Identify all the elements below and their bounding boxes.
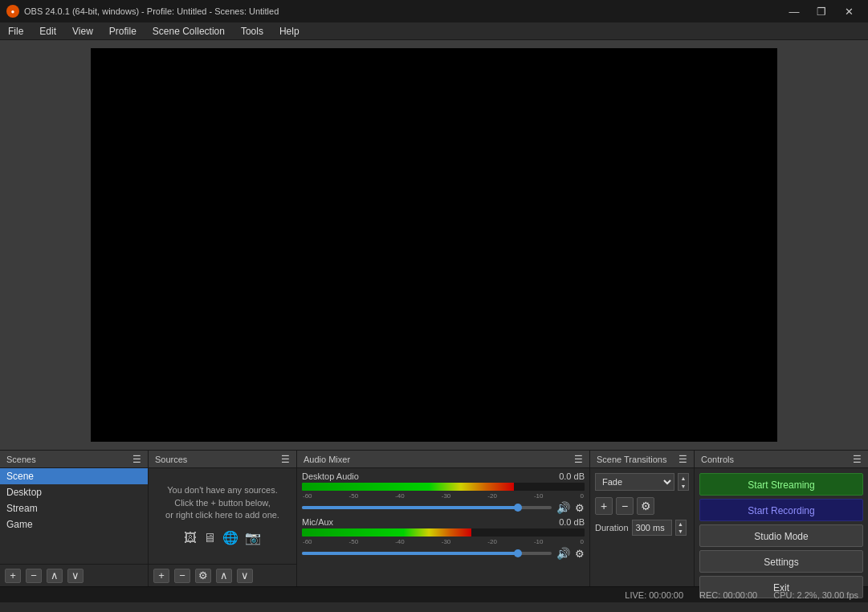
titlebar-title: OBS 24.0.1 (64-bit, windows) - Profile: …: [24, 6, 279, 16]
minimize-button[interactable]: —: [781, 3, 807, 19]
audio-panel: Audio Mixer ☰ Desktop Audio 0.0 dB -60-5…: [297, 451, 590, 586]
controls-content: Start Streaming Start Recording Studio M…: [695, 468, 868, 603]
scenes-add-button[interactable]: +: [5, 569, 21, 583]
scenes-panel-header: Scenes ☰: [0, 451, 148, 468]
transition-spinner[interactable]: ▲ ▼: [678, 473, 689, 491]
scenes-panel-menu-icon[interactable]: ☰: [132, 454, 141, 465]
start-recording-button[interactable]: Start Recording: [699, 499, 863, 521]
menu-scene-collection[interactable]: Scene Collection: [145, 24, 233, 39]
sources-icon-image[interactable]: 🖼: [184, 529, 197, 547]
status-cpu: CPU: 2.2%, 30.00 fps: [773, 590, 858, 600]
sources-empty-text: You don't have any sources. Click the + …: [165, 484, 279, 521]
audio-channel-mic: Mic/Aux 0.0 dB -60-50-40-30-20-100 🔊 ⚙: [302, 517, 585, 560]
audio-panel-title: Audio Mixer: [304, 455, 350, 464]
sources-icon-display[interactable]: 🖥: [203, 529, 216, 547]
desktop-volume-slider[interactable]: [302, 506, 552, 509]
menu-file[interactable]: File: [0, 24, 31, 39]
duration-spinner[interactable]: ▲ ▼: [675, 520, 687, 536]
desktop-audio-meter-fill: [302, 483, 514, 491]
app-icon: ●: [6, 5, 19, 18]
audio-panel-header: Audio Mixer ☰: [297, 451, 589, 468]
status-live: LIVE: 00:00:00: [625, 590, 683, 600]
scene-item-stream[interactable]: Stream: [0, 500, 148, 516]
mic-volume-thumb[interactable]: [514, 549, 522, 557]
sources-settings-button[interactable]: ⚙: [195, 569, 211, 583]
menu-help[interactable]: Help: [271, 24, 308, 39]
sources-panel-title: Sources: [155, 455, 187, 464]
transition-settings-button[interactable]: ⚙: [637, 497, 654, 515]
scenes-list: Scene Desktop Stream Game: [0, 468, 148, 564]
menu-view[interactable]: View: [64, 24, 101, 39]
start-streaming-button[interactable]: Start Streaming: [699, 473, 863, 496]
desktop-audio-settings-button[interactable]: ⚙: [575, 502, 585, 514]
scenes-footer: + − ∧ ∨: [0, 564, 148, 586]
transition-type-select[interactable]: Fade Cut: [595, 473, 674, 491]
titlebar-left: ● OBS 24.0.1 (64-bit, windows) - Profile…: [6, 5, 279, 18]
sources-panel-menu-icon[interactable]: ☰: [281, 454, 290, 465]
desktop-audio-controls: 🔊 ⚙: [302, 501, 585, 514]
studio-mode-button[interactable]: Studio Mode: [699, 524, 863, 547]
sources-add-button[interactable]: +: [153, 569, 169, 583]
mic-audio-meter: [302, 528, 585, 537]
sources-footer: + − ⚙ ∧ ∨: [149, 564, 296, 586]
desktop-audio-ticks: -60-50-40-30-20-100: [302, 492, 585, 500]
duration-spinner-up[interactable]: ▲: [676, 520, 686, 528]
spinner-down[interactable]: ▼: [679, 482, 688, 490]
desktop-audio-label: Desktop Audio: [302, 471, 359, 481]
sources-content[interactable]: You don't have any sources. Click the + …: [149, 468, 296, 564]
audio-panel-menu-icon[interactable]: ☰: [574, 454, 583, 465]
mic-aux-db: 0.0 dB: [559, 517, 585, 527]
titlebar: ● OBS 24.0.1 (64-bit, windows) - Profile…: [0, 0, 868, 22]
sources-up-button[interactable]: ∧: [216, 569, 232, 583]
audio-channel-desktop-header: Desktop Audio 0.0 dB: [302, 471, 585, 481]
scenes-up-button[interactable]: ∧: [47, 569, 63, 583]
menu-edit[interactable]: Edit: [31, 24, 64, 39]
bottom-panels: Scenes ☰ Scene Desktop Stream Game + − ∧…: [0, 450, 868, 586]
transition-remove-button[interactable]: −: [616, 497, 634, 515]
controls-panel-menu-icon[interactable]: ☰: [853, 454, 862, 465]
mic-volume-slider[interactable]: [302, 552, 552, 555]
mic-audio-meter-fill: [302, 528, 471, 537]
duration-input[interactable]: [632, 520, 672, 536]
scene-item-scene[interactable]: Scene: [0, 468, 148, 484]
close-button[interactable]: ✕: [836, 3, 862, 19]
status-rec: REC: 00:00:00: [699, 590, 757, 600]
mic-audio-settings-button[interactable]: ⚙: [575, 548, 585, 560]
scene-item-game[interactable]: Game: [0, 516, 148, 532]
desktop-audio-meter: [302, 483, 585, 491]
restore-button[interactable]: ❐: [809, 3, 834, 19]
transitions-panel: Scene Transitions ☰ Fade Cut ▲ ▼ + − ⚙ D…: [590, 451, 695, 586]
transitions-panel-menu-icon[interactable]: ☰: [679, 454, 687, 465]
scene-item-desktop[interactable]: Desktop: [0, 484, 148, 500]
mic-audio-controls: 🔊 ⚙: [302, 547, 585, 560]
transition-select-wrapper: Fade Cut ▲ ▼: [595, 473, 689, 491]
menu-tools[interactable]: Tools: [233, 24, 271, 39]
sources-panel: Sources ☰ You don't have any sources. Cl…: [149, 451, 297, 586]
mic-audio-ticks: -60-50-40-30-20-100: [302, 538, 585, 545]
mic-volume-fill: [302, 552, 520, 555]
duration-spinner-down[interactable]: ▼: [676, 528, 686, 535]
settings-button[interactable]: Settings: [699, 550, 863, 573]
preview-area: [0, 40, 868, 450]
spinner-up[interactable]: ▲: [679, 474, 688, 482]
menu-profile[interactable]: Profile: [101, 24, 145, 39]
desktop-volume-thumb[interactable]: [514, 504, 522, 512]
transition-buttons: + − ⚙: [595, 497, 689, 515]
mic-mute-button[interactable]: 🔊: [556, 547, 570, 560]
audio-channel-mic-header: Mic/Aux 0.0 dB: [302, 517, 585, 527]
sources-remove-button[interactable]: −: [174, 569, 190, 583]
sources-icon-globe[interactable]: 🌐: [222, 529, 238, 547]
transitions-panel-header: Scene Transitions ☰: [590, 451, 694, 468]
sources-down-button[interactable]: ∨: [237, 569, 253, 583]
sources-icon-camera[interactable]: 📷: [245, 529, 261, 547]
controls-panel-title: Controls: [701, 455, 734, 464]
controls-panel-header: Controls ☰: [695, 451, 868, 468]
scenes-down-button[interactable]: ∨: [67, 569, 84, 583]
duration-label: Duration: [595, 523, 629, 532]
audio-channel-desktop: Desktop Audio 0.0 dB -60-50-40-30-20-100…: [302, 471, 585, 514]
scenes-remove-button[interactable]: −: [26, 569, 42, 583]
mic-aux-label: Mic/Aux: [302, 517, 333, 527]
desktop-mute-button[interactable]: 🔊: [556, 501, 570, 514]
transition-add-button[interactable]: +: [595, 497, 613, 515]
scenes-panel-title: Scenes: [6, 455, 36, 464]
